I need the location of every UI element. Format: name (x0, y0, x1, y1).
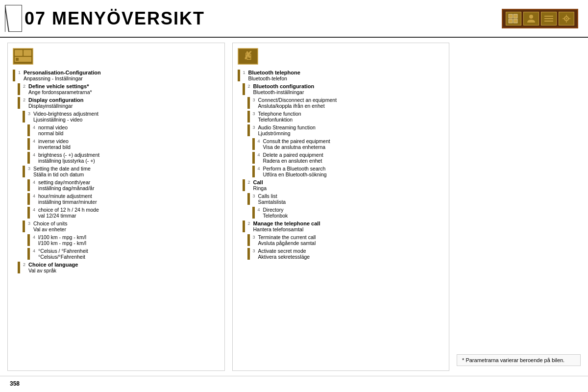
header-icons-box (502, 9, 578, 28)
header-icon-2 (523, 12, 539, 25)
right-column: ✗ ⎘ 1 Bluetooth telephone Bluetooth-tele… (232, 43, 450, 371)
level-bar-4 (252, 152, 255, 164)
item-subtitle: Hantera telefonsamtal (253, 226, 444, 232)
list-item: 4 Delete a paired equipment Radera en an… (252, 152, 444, 164)
page-title: 07 MENYÖVERSIKT (5, 5, 205, 32)
level-bar-3 (23, 166, 25, 177)
list-item: 4 l/100 km - mpg - km/l l/100 km - mpg -… (27, 234, 220, 246)
title-slash-icon (5, 5, 22, 32)
svg-rect-9 (544, 21, 553, 22)
settings-icon (13, 48, 33, 65)
list-item: 2 Display configuration Displayinställni… (18, 97, 220, 109)
item-title: Bluetooth configuration (253, 83, 444, 89)
item-title: Define vehicle settings* (28, 83, 220, 89)
item-subtitle: Val av enheter (33, 226, 220, 232)
level-bar-3 (247, 111, 250, 122)
item-subtitle: inställning timmar/minuter (38, 199, 220, 205)
list-item: 4 Directory Telefonbok (252, 207, 444, 219)
item-title: brightness (- +) adjustment (38, 152, 220, 158)
list-item: 2 Bluetooth configuration Bluetooth-inst… (243, 83, 444, 95)
list-item: 4 brightness (- +) adjustment inställnin… (27, 152, 220, 164)
level-bar-4 (27, 193, 30, 205)
svg-point-11 (566, 18, 567, 19)
svg-rect-17 (15, 50, 23, 56)
list-item: 4 °Celsius / °Fahrenheit °Celsius/°Fahre… (27, 248, 220, 260)
footer-note: * Parametrarna varierar beroende på bile… (457, 354, 581, 366)
item-title: Telephone function (258, 111, 444, 117)
level-bar-3 (23, 220, 25, 232)
item-subtitle: °Celsius/°Fahrenheit (38, 254, 220, 260)
item-title: Connect/Disconnect an equipment (258, 97, 444, 103)
level-bar-2 (18, 97, 20, 109)
level-bar-4 (252, 166, 255, 177)
list-item: 3 Audio Streaming function Ljudströmning (247, 124, 444, 136)
gear-icon (561, 14, 572, 24)
menu-icon (543, 14, 554, 24)
level-bar-4 (27, 234, 30, 246)
svg-rect-3 (514, 14, 517, 18)
item-subtitle: Radera en ansluten enhet (263, 158, 444, 164)
item-title: inverse video (38, 138, 220, 144)
item-title: normal video (38, 124, 220, 130)
item-title: Calls list (258, 193, 444, 199)
item-subtitle: Bluetooth-inställningar (253, 89, 444, 95)
item-title: Manage the telephone call (253, 220, 444, 226)
chapter-title: MENYÖVERSIKT (52, 8, 205, 29)
level-bar-3 (247, 193, 250, 205)
item-subtitle: Val av språk (28, 268, 220, 273)
svg-rect-5 (514, 19, 517, 23)
item-title: Setting the date and time (33, 166, 220, 172)
item-subtitle: Anpassning - Inställningar (24, 75, 220, 81)
list-item: 4 Perform a Bluetooth search Utföra en B… (252, 166, 444, 177)
level-bar-4 (27, 248, 30, 260)
main-content: 1 Personalisation-Configuration Anpassni… (0, 38, 588, 376)
item-subtitle: Ljusinställning - video (33, 117, 220, 122)
grid-icon (508, 14, 519, 24)
level-bar-4 (27, 207, 30, 219)
item-subtitle: normal bild (38, 130, 220, 136)
list-item: 4 hour/minute adjustment inställning tim… (27, 193, 220, 205)
item-title: Consult the paired equipment (263, 138, 444, 144)
header-icon-3 (541, 12, 557, 25)
item-title: Personalisation-Configuration (24, 70, 220, 75)
list-item: 2 Choice of language Val av språk (18, 262, 220, 273)
item-title: Terminate the current call (258, 234, 444, 240)
level-bar-4 (27, 179, 30, 191)
level-bar-4 (252, 207, 255, 219)
level-bar-1 (238, 70, 240, 81)
item-subtitle: inverterad bild (38, 144, 220, 150)
level-bar-4 (27, 124, 30, 136)
svg-point-6 (529, 15, 533, 19)
level-bar-4 (252, 138, 255, 150)
list-item: 3 Connect/Disconnect an equipment Anslut… (247, 97, 444, 109)
list-item: 3 Choice of units Val av enheter (23, 220, 220, 232)
item-title: Bluetooth telephone (248, 70, 444, 75)
level-bar-4 (27, 152, 30, 164)
list-item: 4 Consult the paired equipment Visa de a… (252, 138, 444, 150)
item-subtitle: val 12/24 timmar (38, 213, 220, 219)
item-subtitle: Bluetooth-telefon (248, 75, 444, 81)
list-item: 3 Telephone function Telefonfunktion (247, 111, 444, 122)
item-subtitle: Displayinställningar (28, 103, 220, 109)
list-item: 4 setting day/month/year inställning dag… (27, 179, 220, 191)
header-icon-4 (559, 12, 574, 25)
level-bar-3 (247, 97, 250, 109)
item-subtitle: Aktivera sekretessläge (258, 254, 444, 260)
bluetooth-icon: ✗ ⎘ (238, 48, 258, 65)
item-subtitle: inställning ljusstyrka (- +) (38, 158, 220, 164)
item-subtitle: Ansluta/koppla ifrån en enhet (258, 103, 444, 109)
item-subtitle: Ringa (253, 185, 444, 191)
item-title: Activate secret mode (258, 248, 444, 254)
svg-rect-2 (509, 14, 513, 18)
chapter-number: 07 (24, 8, 46, 29)
left-column: 1 Personalisation-Configuration Anpassni… (7, 43, 225, 371)
item-title: °Celsius / °Fahrenheit (38, 248, 220, 254)
item-subtitle: Ställa in tid och datum (33, 172, 220, 177)
list-item: 3 Calls list Samtalslista (247, 193, 444, 205)
item-title: Audio Streaming function (258, 124, 444, 130)
item-title: l/100 km - mpg - km/l (38, 234, 220, 240)
level-bar-1 (13, 70, 15, 81)
page-number: 358 (10, 380, 20, 387)
list-item: 3 Setting the date and time Ställa in ti… (23, 166, 220, 177)
level-bar-3 (247, 234, 250, 246)
